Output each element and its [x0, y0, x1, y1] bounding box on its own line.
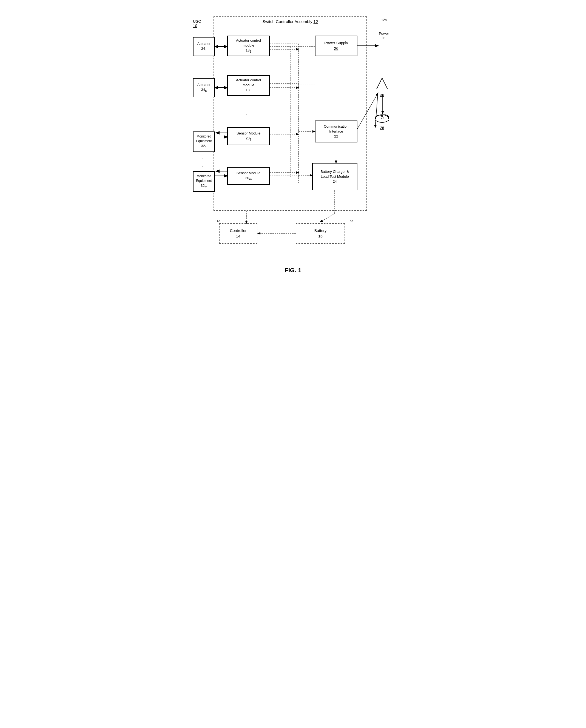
svg-marker-0 [376, 78, 388, 89]
acm1-box: Actuator controlmodule 181 [227, 35, 270, 56]
acm1-label: Actuator controlmodule [236, 38, 261, 48]
actuatorn-label: Actuator [197, 82, 211, 87]
monitored1-box: MonitoredEquipment 321 [193, 131, 215, 152]
monitored1-number: 321 [201, 144, 207, 149]
sensor1-number: 201 [246, 136, 251, 141]
comm-interface-number: 22 [334, 134, 338, 139]
comm-interface-box: CommunicationInterface 22 [315, 121, 358, 142]
sensorm-box: Sensor Module 20m [227, 167, 270, 185]
sensor1-label: Sensor Module [237, 131, 260, 136]
power-in-ref: 12a [381, 18, 387, 22]
actuator1-label: Actuator [197, 41, 211, 46]
cloud-number: 28 [374, 126, 390, 130]
power-in-label: PowerIn [379, 31, 389, 40]
power-supply-label: Power Supply [324, 41, 348, 46]
acmn-number: 18n [246, 88, 251, 94]
monitoredm-box: MonitoredEquipment 32m [193, 171, 215, 192]
acmn-label: Actuator controlmodule [236, 78, 261, 88]
actuator1-box: Actuator 341 [193, 37, 215, 56]
antenna-symbol: 30 [375, 77, 389, 97]
figure-label: FIG. 1 [285, 267, 301, 274]
sensorm-number: 20m [245, 176, 252, 181]
controller-number: 14 [236, 234, 240, 239]
mid-dot: · [246, 112, 247, 117]
antenna-number: 30 [375, 93, 389, 97]
actuatorn-box: Actuator 34n [193, 78, 215, 97]
battery-charger-label: Battery Charger &Load Test Module [320, 169, 349, 179]
battery-charger-number: 24 [333, 179, 337, 184]
power-supply-box: Power Supply 26 [315, 35, 358, 56]
battery-charger-box: Battery Charger &Load Test Module 24 [312, 163, 358, 190]
diagram-area: USC 10 Switch Controller Assembly 12 12a… [192, 14, 394, 260]
battery-ref: 16a [348, 219, 353, 223]
cloud-symbol: 28 [374, 111, 390, 130]
comm-interface-label: CommunicationInterface [324, 124, 348, 134]
actuatorn-number: 34n [201, 87, 207, 93]
sensorm-label: Sensor Module [237, 171, 260, 176]
battery-label: Battery [314, 228, 326, 234]
usc-label: USC 10 [193, 19, 201, 28]
controller-label: Controller [230, 228, 247, 234]
sensor1-box: Sensor Module 201 [227, 127, 270, 145]
page-container: USC 10 Switch Controller Assembly 12 12a… [184, 5, 402, 268]
monitoredm-number: 32m [201, 183, 207, 189]
svg-line-33 [320, 214, 335, 222]
assembly-label: Switch Controller Assembly 12 [263, 19, 318, 24]
battery-box: Battery 16 [296, 223, 345, 244]
monitored1-label: MonitoredEquipment [196, 134, 212, 144]
acm1-number: 181 [246, 48, 251, 54]
power-supply-number: 26 [334, 46, 339, 51]
acmn-box: Actuator controlmodule 18n [227, 75, 270, 96]
controller-box: Controller 14 [219, 223, 258, 244]
monitoredm-label: MonitoredEquipment [196, 174, 212, 183]
actuator1-number: 341 [201, 46, 207, 52]
controller-ref: 14a [215, 219, 220, 223]
battery-number: 16 [318, 234, 323, 239]
